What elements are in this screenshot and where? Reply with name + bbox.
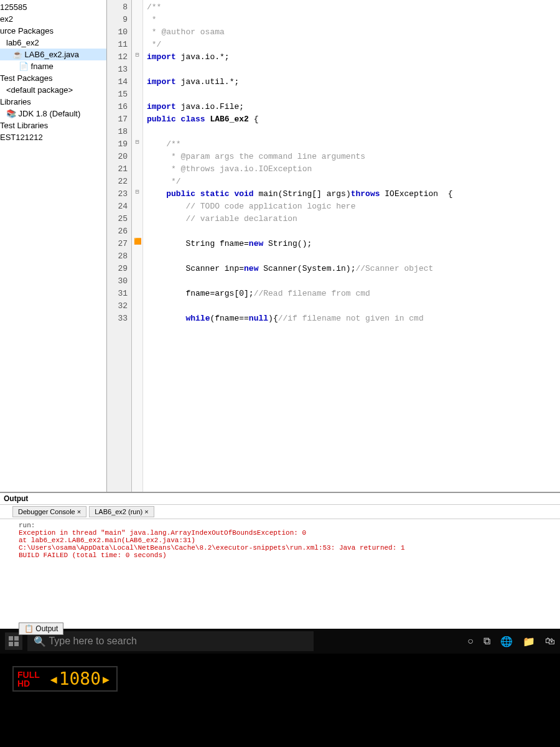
taskbar[interactable]: 🔍 Type here to search ○ ⧉ 🌐 📁 🛍 [0,629,560,654]
search-icon: 🔍 [34,636,46,647]
start-button[interactable] [5,632,22,650]
edge-icon[interactable]: 🌐 [500,636,513,647]
tree-item[interactable]: ☕ LAB6_ex2.java [0,49,106,60]
line-gutter: 8910111213141516171819202122232425262728… [107,0,132,492]
tree-item[interactable]: Test Packages [0,72,106,84]
svg-rect-1 [14,636,19,641]
cortana-icon[interactable]: ○ [467,636,474,647]
tree-item[interactable]: ex2 [0,13,106,25]
tree-item[interactable]: 📚 JDK 1.8 (Default) [0,108,106,120]
tree-item[interactable]: 📄 fname [0,60,106,72]
taskbar-search[interactable]: 🔍 Type here to search [27,631,314,651]
windows-icon [9,636,19,646]
code-editor[interactable]: 8910111213141516171819202122232425262728… [107,0,560,492]
folder-icon[interactable]: 📁 [523,636,535,647]
tree-item[interactable]: Test Libraries [0,120,106,131]
tree-item[interactable]: lab6_ex2 [0,37,106,49]
output-tab[interactable]: LAB6_ex2 (run) × [89,506,154,517]
tree-item[interactable]: Libraries [0,96,106,108]
fold-gutter[interactable]: ⊟⊟⊟🟧 [132,0,143,492]
output-title: Output [0,493,560,505]
store-icon[interactable]: 🛍 [545,636,555,647]
output-tab[interactable]: Debugger Console × [12,506,86,517]
svg-rect-3 [14,642,19,646]
pinned-output-tab[interactable]: 📋 Output [19,622,63,635]
search-placeholder: Type here to search [49,636,136,647]
svg-rect-0 [9,636,13,641]
output-body: run:Exception in thread "main" java.lang… [0,519,560,629]
tree-item[interactable]: 125585 [0,1,106,13]
output-tabs[interactable]: Debugger Console ×LAB6_ex2 (run) × [0,505,560,519]
project-tree[interactable]: 125585ex2urce Packageslab6_ex2☕ LAB6_ex2… [0,0,107,492]
monitor-bezel: FULL HD ◂1080▸ [0,654,560,747]
system-tray[interactable]: ○ ⧉ 🌐 📁 🛍 [467,636,555,647]
tree-item[interactable]: EST121212 [0,131,106,143]
output-panel: Output Debugger Console ×LAB6_ex2 (run) … [0,492,560,629]
hd-badge: FULL HD ◂1080▸ [12,666,118,692]
tree-item[interactable]: urce Packages [0,25,106,37]
tree-item[interactable]: <default package> [0,84,106,96]
task-view-icon[interactable]: ⧉ [483,636,490,647]
code-area[interactable]: /** * * @author osama */import java.io.*… [143,0,560,492]
svg-rect-2 [9,642,13,646]
